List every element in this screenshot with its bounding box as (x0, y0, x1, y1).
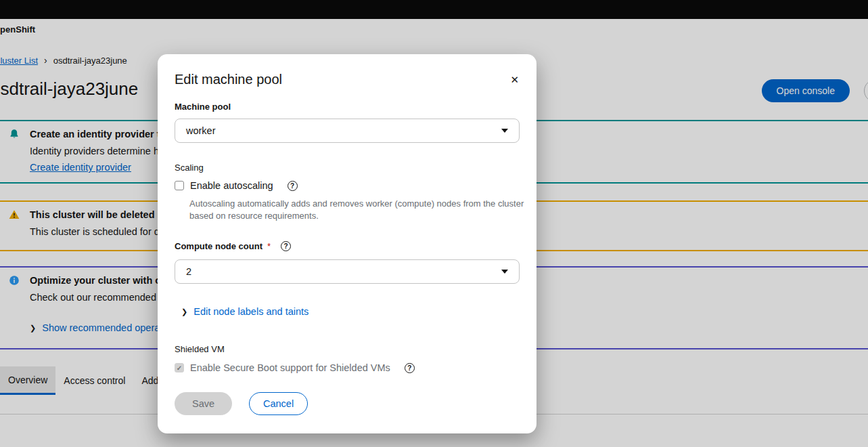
save-button[interactable]: Save (175, 392, 232, 415)
edit-machine-pool-modal: Edit machine pool ✕ Machine pool worker … (158, 54, 536, 433)
shielded-vm-label: Shielded VM (175, 344, 225, 354)
check-icon: ✓ (177, 364, 182, 372)
chevron-down-icon (501, 270, 508, 274)
compute-node-count-select[interactable]: 2 (175, 259, 520, 284)
help-icon[interactable]: ? (281, 241, 291, 251)
modal-actions: Save Cancel (175, 392, 308, 415)
secure-boot-checkbox: ✓ (175, 363, 184, 372)
compute-node-count-label: Compute node count (175, 241, 262, 251)
help-icon[interactable]: ? (405, 363, 415, 373)
autoscaling-description: Autoscaling automatically adds and remov… (189, 198, 531, 222)
enable-autoscaling-label[interactable]: Enable autoscaling (190, 180, 273, 191)
cancel-button[interactable]: Cancel (249, 392, 308, 415)
edit-node-labels-link[interactable]: Edit node labels and taints (193, 306, 309, 317)
close-icon[interactable]: ✕ (506, 73, 523, 87)
help-icon[interactable]: ? (288, 181, 298, 191)
compute-node-count-row: Compute node count * ? (175, 241, 291, 251)
compute-node-count-value: 2 (186, 266, 191, 277)
modal-title: Edit machine pool (175, 72, 282, 87)
scaling-label: Scaling (175, 163, 204, 173)
chevron-right-icon: ❯ (181, 307, 187, 316)
edit-node-labels-toggle[interactable]: ❯ Edit node labels and taints (181, 306, 309, 317)
machine-pool-selected-value: worker (186, 125, 216, 136)
required-asterisk: * (267, 241, 271, 251)
machine-pool-select[interactable]: worker (175, 119, 520, 143)
enable-autoscaling-row: Enable autoscaling ? (175, 180, 298, 191)
chevron-down-icon (501, 129, 508, 133)
secure-boot-label: Enable Secure Boot support for Shielded … (190, 362, 390, 373)
secure-boot-row: ✓ Enable Secure Boot support for Shielde… (175, 362, 415, 373)
enable-autoscaling-checkbox[interactable] (175, 181, 184, 190)
machine-pool-label: Machine pool (175, 102, 231, 112)
